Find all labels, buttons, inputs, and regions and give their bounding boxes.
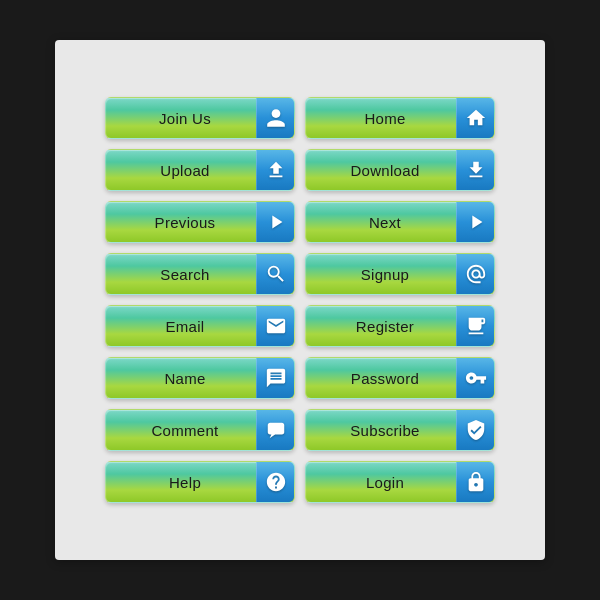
home-button[interactable]: Home: [305, 97, 495, 139]
upload-label: Upload: [106, 162, 256, 179]
help-button[interactable]: Help: [105, 461, 295, 503]
main-card: Join Us Home Upload Download Pre: [55, 40, 545, 560]
login-label: Login: [306, 474, 456, 491]
help-icon: [256, 461, 294, 503]
signup-button[interactable]: Signup: [305, 253, 495, 295]
register-button[interactable]: Register: [305, 305, 495, 347]
email-button[interactable]: Email: [105, 305, 295, 347]
join-us-label: Join Us: [106, 110, 256, 127]
at-icon: [456, 253, 494, 295]
previous-button[interactable]: Previous: [105, 201, 295, 243]
email-label: Email: [106, 318, 256, 335]
user-icon: [256, 97, 294, 139]
lock-icon: [456, 461, 494, 503]
search-label: Search: [106, 266, 256, 283]
next-arrow-icon: [456, 201, 494, 243]
subscribe-button[interactable]: Subscribe: [305, 409, 495, 451]
search-button[interactable]: Search: [105, 253, 295, 295]
download-button[interactable]: Download: [305, 149, 495, 191]
subscribe-label: Subscribe: [306, 422, 456, 439]
download-label: Download: [306, 162, 456, 179]
login-button[interactable]: Login: [305, 461, 495, 503]
name-icon: [256, 357, 294, 399]
password-label: Password: [306, 370, 456, 387]
upload-icon: [256, 149, 294, 191]
register-label: Register: [306, 318, 456, 335]
help-label: Help: [106, 474, 256, 491]
button-grid: Join Us Home Upload Download Pre: [85, 77, 515, 523]
previous-label: Previous: [106, 214, 256, 231]
comment-label: Comment: [106, 422, 256, 439]
next-label: Next: [306, 214, 456, 231]
home-label: Home: [306, 110, 456, 127]
join-us-button[interactable]: Join Us: [105, 97, 295, 139]
next-button[interactable]: Next: [305, 201, 495, 243]
name-button[interactable]: Name: [105, 357, 295, 399]
register-icon: [456, 305, 494, 347]
comment-icon: [256, 409, 294, 451]
upload-button[interactable]: Upload: [105, 149, 295, 191]
key-icon: [456, 357, 494, 399]
subscribe-icon: [456, 409, 494, 451]
name-label: Name: [106, 370, 256, 387]
email-icon: [256, 305, 294, 347]
arrow-right-icon: [256, 201, 294, 243]
download-icon: [456, 149, 494, 191]
signup-label: Signup: [306, 266, 456, 283]
home-icon: [456, 97, 494, 139]
comment-button[interactable]: Comment: [105, 409, 295, 451]
search-icon: [256, 253, 294, 295]
password-button[interactable]: Password: [305, 357, 495, 399]
